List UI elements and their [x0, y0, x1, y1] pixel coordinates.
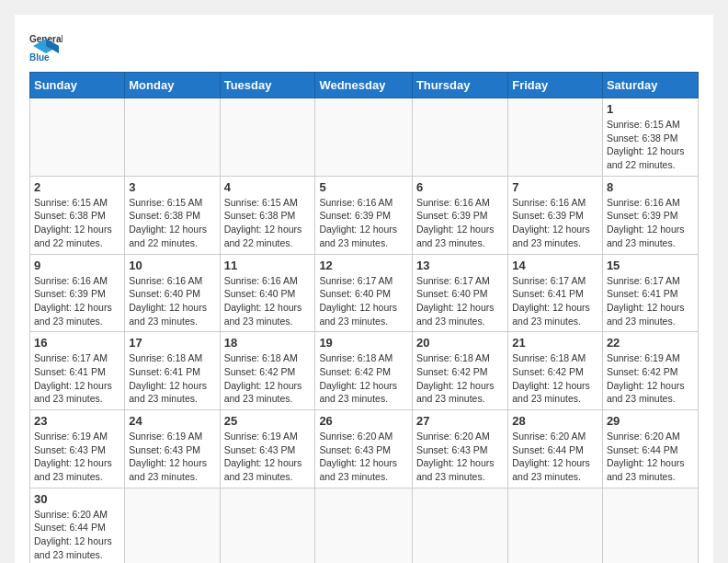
day-info: Sunrise: 6:19 AM Sunset: 6:42 PM Dayligh… [607, 351, 694, 406]
day-number: 2 [34, 180, 120, 194]
calendar-week-row: 16Sunrise: 6:17 AM Sunset: 6:41 PM Dayli… [30, 332, 699, 410]
calendar-day-cell: 5Sunrise: 6:16 AM Sunset: 6:39 PM Daylig… [315, 176, 413, 254]
day-number: 17 [129, 336, 215, 350]
day-number: 24 [129, 414, 215, 428]
calendar-day-cell: 28Sunrise: 6:20 AM Sunset: 6:44 PM Dayli… [508, 410, 603, 488]
calendar-day-cell [412, 98, 507, 177]
day-info: Sunrise: 6:18 AM Sunset: 6:42 PM Dayligh… [512, 351, 598, 406]
calendar-day-cell: 15Sunrise: 6:17 AM Sunset: 6:41 PM Dayli… [602, 254, 698, 332]
day-info: Sunrise: 6:19 AM Sunset: 6:43 PM Dayligh… [34, 430, 120, 484]
day-info: Sunrise: 6:17 AM Sunset: 6:40 PM Dayligh… [319, 274, 408, 328]
day-info: Sunrise: 6:17 AM Sunset: 6:41 PM Dayligh… [512, 274, 598, 328]
day-info: Sunrise: 6:15 AM Sunset: 6:38 PM Dayligh… [224, 196, 312, 250]
day-info: Sunrise: 6:16 AM Sunset: 6:40 PM Dayligh… [224, 274, 312, 328]
calendar-day-cell: 8Sunrise: 6:16 AM Sunset: 6:39 PM Daylig… [602, 176, 698, 254]
day-number: 16 [34, 336, 120, 350]
calendar-day-cell: 23Sunrise: 6:19 AM Sunset: 6:43 PM Dayli… [30, 410, 125, 488]
calendar-day-cell: 6Sunrise: 6:16 AM Sunset: 6:39 PM Daylig… [412, 176, 507, 254]
calendar-day-cell [125, 488, 220, 563]
day-number: 6 [416, 180, 504, 194]
day-info: Sunrise: 6:17 AM Sunset: 6:41 PM Dayligh… [607, 274, 694, 328]
day-number: 15 [607, 259, 694, 272]
calendar-week-row: 2Sunrise: 6:15 AM Sunset: 6:38 PM Daylig… [30, 176, 699, 254]
day-number: 5 [319, 180, 408, 194]
calendar-week-row: 30Sunrise: 6:20 AM Sunset: 6:44 PM Dayli… [30, 488, 699, 563]
day-number: 20 [416, 336, 504, 350]
calendar-week-row: 1Sunrise: 6:15 AM Sunset: 6:38 PM Daylig… [30, 98, 699, 177]
day-number: 21 [512, 336, 598, 350]
calendar-day-cell [125, 98, 220, 177]
day-number: 26 [319, 414, 408, 428]
day-number: 1 [607, 102, 694, 116]
calendar-day-cell: 10Sunrise: 6:16 AM Sunset: 6:40 PM Dayli… [125, 254, 220, 332]
day-info: Sunrise: 6:19 AM Sunset: 6:43 PM Dayligh… [224, 430, 312, 484]
day-number: 10 [129, 259, 215, 272]
calendar-day-cell: 25Sunrise: 6:19 AM Sunset: 6:43 PM Dayli… [220, 410, 315, 488]
day-info: Sunrise: 6:16 AM Sunset: 6:40 PM Dayligh… [129, 274, 215, 328]
logo: General Blue [29, 29, 63, 63]
logo-svg: General Blue [29, 29, 63, 63]
day-info: Sunrise: 6:17 AM Sunset: 6:40 PM Dayligh… [416, 274, 504, 328]
day-info: Sunrise: 6:20 AM Sunset: 6:44 PM Dayligh… [34, 508, 120, 562]
day-info: Sunrise: 6:19 AM Sunset: 6:43 PM Dayligh… [129, 430, 215, 484]
day-info: Sunrise: 6:15 AM Sunset: 6:38 PM Dayligh… [607, 118, 694, 172]
day-info: Sunrise: 6:20 AM Sunset: 6:44 PM Dayligh… [607, 430, 694, 484]
calendar-day-cell [30, 98, 125, 177]
calendar-day-cell: 3Sunrise: 6:15 AM Sunset: 6:38 PM Daylig… [125, 176, 220, 254]
day-info: Sunrise: 6:16 AM Sunset: 6:39 PM Dayligh… [607, 196, 694, 250]
day-header-thursday: Thursday [412, 73, 507, 98]
header: General Blue [29, 29, 699, 63]
day-number: 28 [512, 414, 598, 428]
day-number: 25 [224, 414, 312, 428]
calendar-day-cell: 22Sunrise: 6:19 AM Sunset: 6:42 PM Dayli… [602, 332, 698, 410]
calendar-day-cell: 14Sunrise: 6:17 AM Sunset: 6:41 PM Dayli… [508, 254, 603, 332]
calendar-day-cell [315, 488, 413, 563]
day-number: 12 [319, 259, 408, 272]
day-number: 13 [416, 259, 504, 272]
svg-text:Blue: Blue [29, 52, 50, 63]
calendar-day-cell [220, 488, 315, 563]
calendar-day-cell: 16Sunrise: 6:17 AM Sunset: 6:41 PM Dayli… [30, 332, 125, 410]
day-info: Sunrise: 6:16 AM Sunset: 6:39 PM Dayligh… [34, 274, 120, 328]
calendar-day-cell: 24Sunrise: 6:19 AM Sunset: 6:43 PM Dayli… [125, 410, 220, 488]
day-info: Sunrise: 6:20 AM Sunset: 6:44 PM Dayligh… [512, 430, 598, 484]
day-info: Sunrise: 6:16 AM Sunset: 6:39 PM Dayligh… [319, 196, 408, 250]
day-number: 7 [512, 180, 598, 194]
calendar-day-cell: 12Sunrise: 6:17 AM Sunset: 6:40 PM Dayli… [315, 254, 413, 332]
calendar-day-cell: 9Sunrise: 6:16 AM Sunset: 6:39 PM Daylig… [30, 254, 125, 332]
day-number: 23 [34, 414, 120, 428]
day-number: 3 [129, 180, 215, 194]
calendar-header-row: SundayMondayTuesdayWednesdayThursdayFrid… [30, 73, 699, 98]
day-info: Sunrise: 6:18 AM Sunset: 6:42 PM Dayligh… [416, 351, 504, 406]
calendar-week-row: 23Sunrise: 6:19 AM Sunset: 6:43 PM Dayli… [30, 410, 699, 488]
calendar-day-cell: 27Sunrise: 6:20 AM Sunset: 6:43 PM Dayli… [412, 410, 507, 488]
calendar-day-cell: 30Sunrise: 6:20 AM Sunset: 6:44 PM Dayli… [30, 488, 125, 563]
calendar-day-cell [602, 488, 698, 563]
day-header-sunday: Sunday [30, 73, 125, 98]
day-number: 9 [34, 259, 120, 272]
day-number: 29 [607, 414, 694, 428]
day-info: Sunrise: 6:18 AM Sunset: 6:42 PM Dayligh… [224, 351, 312, 406]
day-number: 30 [34, 492, 120, 506]
calendar-day-cell [220, 98, 315, 177]
day-header-tuesday: Tuesday [220, 73, 315, 98]
day-info: Sunrise: 6:17 AM Sunset: 6:41 PM Dayligh… [34, 351, 120, 406]
day-number: 22 [607, 336, 694, 350]
calendar-day-cell: 4Sunrise: 6:15 AM Sunset: 6:38 PM Daylig… [220, 176, 315, 254]
day-info: Sunrise: 6:20 AM Sunset: 6:43 PM Dayligh… [319, 430, 408, 484]
calendar-day-cell: 19Sunrise: 6:18 AM Sunset: 6:42 PM Dayli… [315, 332, 413, 410]
calendar-page: General Blue SundayMondayTuesdayWednesda… [15, 15, 713, 563]
calendar-day-cell: 13Sunrise: 6:17 AM Sunset: 6:40 PM Dayli… [412, 254, 507, 332]
calendar-day-cell: 1Sunrise: 6:15 AM Sunset: 6:38 PM Daylig… [602, 98, 698, 177]
day-info: Sunrise: 6:20 AM Sunset: 6:43 PM Dayligh… [416, 430, 504, 484]
day-number: 18 [224, 336, 312, 350]
calendar-day-cell: 7Sunrise: 6:16 AM Sunset: 6:39 PM Daylig… [508, 176, 603, 254]
calendar-day-cell [508, 98, 603, 177]
day-number: 19 [319, 336, 408, 350]
calendar-day-cell: 18Sunrise: 6:18 AM Sunset: 6:42 PM Dayli… [220, 332, 315, 410]
day-info: Sunrise: 6:18 AM Sunset: 6:42 PM Dayligh… [319, 351, 408, 406]
calendar-day-cell: 2Sunrise: 6:15 AM Sunset: 6:38 PM Daylig… [30, 176, 125, 254]
day-header-wednesday: Wednesday [315, 73, 413, 98]
day-header-monday: Monday [125, 73, 220, 98]
day-header-saturday: Saturday [602, 73, 698, 98]
